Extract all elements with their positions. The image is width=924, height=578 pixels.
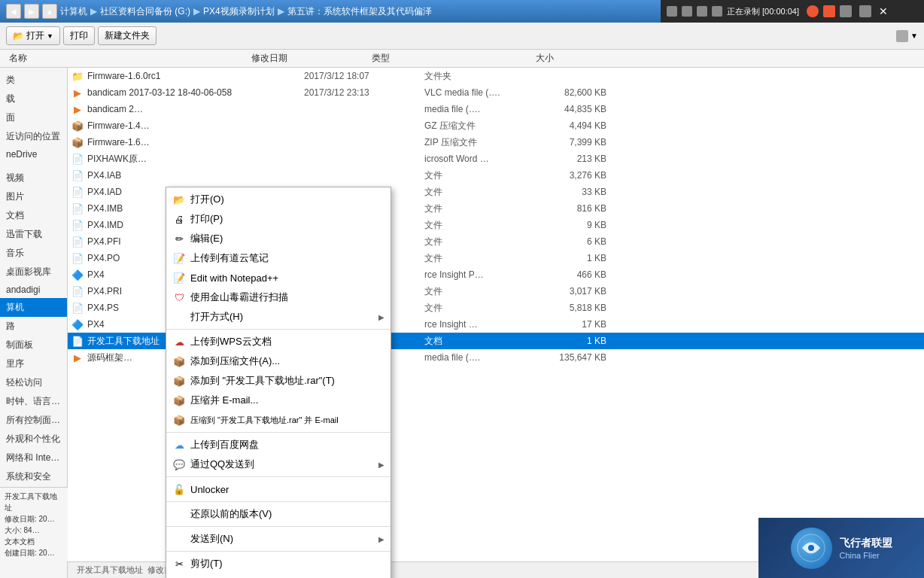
path-part-3[interactable]: PX4视频录制计划	[203, 5, 275, 18]
ctx-print[interactable]: 🖨 打印(P)	[166, 209, 391, 229]
sidebar-item-5[interactable]	[0, 163, 67, 169]
ctx-rar-icon: 📦	[171, 373, 187, 389]
col-type-header[interactable]: 类型	[372, 52, 485, 65]
sidebar-item-movies[interactable]: 桌面影视库	[0, 263, 67, 281]
col-name-header[interactable]: 名称	[3, 52, 251, 65]
sidebar-item-4[interactable]: neDrive	[0, 146, 67, 163]
ctx-sendto[interactable]: 发送到(N) ▶	[166, 529, 391, 549]
sidebar-item-clock[interactable]: 时钟、语言和区…	[0, 392, 67, 411]
sidebar-item-andadigi[interactable]: andadigi	[0, 281, 67, 298]
ctx-scan-icon: 🛡	[171, 289, 187, 306]
info-type: 文本文档	[5, 536, 63, 547]
open-button[interactable]: 📂 打开 ▼	[6, 26, 60, 45]
ctx-sep-4	[166, 501, 391, 502]
table-row[interactable]: 📦 Firmware-1.4… GZ 压缩文件 4,494 KB	[68, 117, 924, 134]
file-name-cell: ▶ bandicam 2017-03-12 18-40-06-058	[71, 86, 304, 99]
gz-icon: 📦	[71, 119, 84, 132]
sidebar-item-network[interactable]: 网络和 Internet	[0, 449, 67, 467]
file-icon: 📄	[71, 202, 84, 215]
ctx-openwith[interactable]: 打开方式(H) ▶	[166, 307, 391, 327]
table-row[interactable]: 📁 Firmware-1.6.0rc1 2017/3/12 18:07 文件夹	[68, 68, 924, 84]
sidebar-item-music[interactable]: 音乐	[0, 244, 67, 263]
ctx-notepadpp[interactable]: 📝 Edit with Notepad++	[166, 268, 391, 287]
info-modified: 修改日期: 20…	[5, 513, 63, 525]
up-btn[interactable]: ▲	[42, 4, 57, 19]
ctx-youdao[interactable]: 📝 上传到有道云笔记	[166, 248, 391, 268]
vlc-icon: ▶	[71, 86, 84, 99]
ctx-notepad-icon: 📝	[171, 269, 187, 286]
ctx-zipraremail[interactable]: 📦 压缩到 "开发工具下载地址.rar" 并 E-mail	[166, 410, 391, 430]
path-part-2[interactable]: 社区资料合同备份 (G:)	[100, 5, 190, 18]
sidebar-item-allpanel[interactable]: 所有控制面板项	[0, 411, 67, 430]
sidebar-item-programs[interactable]: 里序	[0, 354, 67, 373]
ctx-unlocker-icon: 🔓	[171, 481, 187, 497]
forward-btn[interactable]: ▶	[24, 4, 39, 19]
sidebar-item-docs[interactable]: 文档	[0, 206, 67, 225]
view-dropdown[interactable]: ▼	[910, 32, 918, 40]
ctx-qq[interactable]: 💬 通过QQ发送到 ▶	[166, 455, 391, 474]
sidebar-item-pictures[interactable]: 图片	[0, 187, 67, 206]
context-menu: 📂 打开(O) 🖨 打印(P) ✏ 编辑(E) 📝 上传到有道云笔记 📝	[166, 187, 391, 578]
path-part-1[interactable]: 计算机	[60, 5, 87, 18]
table-row[interactable]: ▶ bandicam 2… media file (…. 44,835 KB	[68, 101, 924, 117]
sidebar-item-3[interactable]: 近访问的位置	[0, 127, 67, 146]
ctx-restore[interactable]: 还原以前的版本(V)	[166, 504, 391, 524]
path-part-4[interactable]: 第五讲：系统软件框架及其代码偏泽	[287, 5, 432, 18]
ctx-addrar[interactable]: 📦 添加到 "开发工具下载地址.rar"(T)	[166, 371, 391, 391]
ctx-cut[interactable]: ✂ 剪切(T)	[166, 554, 391, 573]
sidebar-item-appearance[interactable]: 外观和个性化	[0, 430, 67, 449]
sidebar-item-0[interactable]: 类	[0, 71, 67, 90]
table-row[interactable]: 📦 Firmware-1.6… ZIP 压缩文件 7,399 KB	[68, 134, 924, 151]
logo-name: 飞行者联盟	[840, 536, 892, 551]
ctx-zipmail[interactable]: 📦 压缩并 E-mail...	[166, 391, 391, 410]
print-button[interactable]: 打印	[63, 26, 95, 45]
sidebar-item-video[interactable]: 视频	[0, 169, 67, 187]
rec-stop-btn[interactable]	[859, 5, 871, 17]
sidebar-item-ease[interactable]: 轻松访问	[0, 373, 67, 392]
close-recording[interactable]: ✕	[879, 5, 888, 17]
ctx-open[interactable]: 📂 打开(O)	[166, 190, 391, 209]
file-info-panel: 开发工具下载地址 修改日期: 20… 大小: 84… 文本文档 创建日期: 20…	[0, 487, 68, 561]
ctx-baidu-icon: ☁	[171, 437, 187, 453]
ctx-zip-icon: 📦	[171, 353, 187, 370]
ctx-print-icon: 🖨	[171, 211, 187, 227]
ctx-baidu[interactable]: ☁ 上传到百度网盘	[166, 435, 391, 455]
table-row[interactable]: 📄 PX4.IAB 文件 3,276 KB	[68, 167, 924, 184]
sidebar-item-computer[interactable]: 算机	[0, 298, 67, 317]
col-size-header[interactable]: 大小	[485, 52, 560, 65]
ctx-edit-icon: ✏	[171, 230, 187, 247]
word-icon: 📄	[71, 152, 84, 166]
file-icon: 📄	[71, 169, 84, 182]
sidebar-item-download[interactable]: 迅雷下载	[0, 225, 67, 244]
ctx-copy[interactable]: 📋 复制(C)	[166, 573, 391, 578]
sidebar-item-panel[interactable]: 制面板	[0, 336, 67, 354]
sidebar-item-1[interactable]: 载	[0, 90, 67, 108]
ctx-send-icon	[171, 531, 187, 547]
back-btn[interactable]: ◀	[6, 4, 21, 19]
info-filename: 开发工具下载地址	[5, 491, 63, 513]
ctx-kingscan[interactable]: 🛡 使用金山毒霸进行扫描	[166, 287, 391, 307]
new-folder-button[interactable]: 新建文件夹	[98, 26, 157, 45]
ctx-unlocker[interactable]: 🔓 Unlocker	[166, 479, 391, 499]
ctx-send-arrow: ▶	[378, 535, 384, 543]
sidebar-item-security[interactable]: 系统和安全	[0, 467, 67, 486]
file-area: 📁 Firmware-1.6.0rc1 2017/3/12 18:07 文件夹 …	[68, 68, 924, 578]
ctx-sep-3	[166, 476, 391, 477]
ctx-wps[interactable]: ☁ 上传到WPS云文档	[166, 332, 391, 351]
vlc-icon-3: ▶	[71, 351, 84, 364]
folder-icon: 📁	[71, 69, 84, 83]
ctx-edit[interactable]: ✏ 编辑(E)	[166, 229, 391, 248]
file-name-cell: 📄 PIXHAWK原…	[71, 152, 304, 166]
sidebar-item-road[interactable]: 路	[0, 317, 67, 336]
sidebar-item-2[interactable]: 面	[0, 108, 67, 127]
sep1: ▶	[90, 6, 97, 17]
table-row[interactable]: 📄 PIXHAWK原… icrosoft Word … 213 KB	[68, 151, 924, 167]
column-headers: 名称 修改日期 类型 大小	[0, 50, 924, 68]
ctx-zipraremail-icon: 📦	[171, 412, 187, 428]
table-row[interactable]: ▶ bandicam 2017-03-12 18-40-06-058 2017/…	[68, 84, 924, 101]
vlc-icon-2: ▶	[71, 102, 84, 116]
col-date-header[interactable]: 修改日期	[251, 52, 372, 65]
ctx-addzip[interactable]: 📦 添加到压缩文件(A)...	[166, 351, 391, 371]
view-btn[interactable]	[896, 30, 908, 42]
file-icon: 📄	[71, 185, 84, 199]
